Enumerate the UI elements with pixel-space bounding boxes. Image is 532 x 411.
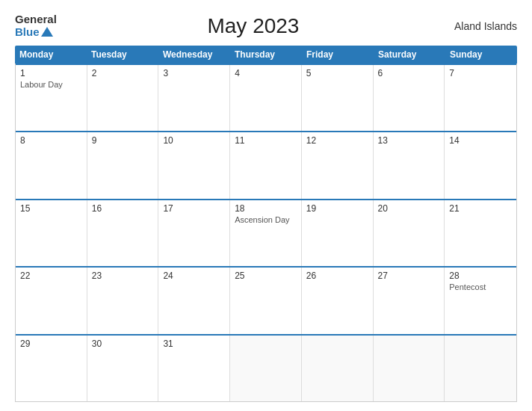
calendar-cell: 13: [374, 132, 445, 198]
day-number: 24: [163, 271, 225, 281]
page-header: General Blue May 2023 Aland Islands: [15, 13, 517, 38]
day-number: 5: [306, 68, 368, 78]
calendar-cell: [374, 336, 445, 401]
calendar-cell: 12: [302, 132, 374, 198]
calendar-cell: 17: [158, 200, 230, 266]
calendar-cell: 16: [87, 200, 159, 266]
calendar-cell: [230, 336, 302, 401]
calendar-header-cell: Saturday: [374, 46, 445, 64]
day-number: 10: [163, 135, 225, 146]
day-number: 20: [378, 203, 440, 214]
calendar-cell: 5: [302, 65, 374, 131]
day-number: 16: [92, 203, 154, 214]
calendar-cell: 30: [87, 336, 159, 401]
logo-triangle-icon: [41, 27, 53, 37]
calendar-week-row: 293031: [16, 334, 516, 401]
calendar-cell: 3: [158, 65, 230, 131]
calendar-header-cell: Sunday: [445, 46, 517, 64]
calendar-event: Ascension Day: [235, 215, 297, 224]
calendar-cell: 27: [374, 268, 445, 333]
day-number: 30: [92, 339, 154, 349]
day-number: 19: [306, 203, 368, 214]
calendar-week-row: 22232425262728Pentecost: [16, 266, 516, 333]
calendar-cell: 31: [158, 336, 230, 401]
day-number: 28: [449, 271, 512, 281]
day-number: 15: [20, 203, 82, 214]
calendar-cell: 18Ascension Day: [230, 200, 302, 266]
day-number: 31: [163, 339, 225, 349]
day-number: 4: [235, 68, 297, 78]
calendar-cell: 7: [445, 65, 516, 131]
calendar-cell: 25: [230, 268, 302, 333]
calendar-header-cell: Thursday: [230, 46, 302, 64]
calendar-cell: 14: [445, 132, 516, 198]
day-number: 23: [92, 271, 154, 281]
logo: General Blue: [15, 13, 57, 38]
day-number: 12: [306, 135, 368, 146]
calendar-cell: 19: [302, 200, 374, 266]
calendar-header-cell: Friday: [302, 46, 374, 64]
day-number: 3: [163, 68, 225, 78]
day-number: 11: [235, 135, 297, 146]
day-number: 13: [378, 135, 440, 146]
calendar-cell: 28Pentecost: [445, 268, 516, 333]
calendar-header-cell: Monday: [15, 46, 87, 64]
calendar-page: General Blue May 2023 Aland Islands Mond…: [0, 0, 532, 411]
day-number: 27: [378, 271, 440, 281]
calendar-cell: 8: [16, 132, 87, 198]
day-number: 22: [20, 271, 82, 281]
day-number: 18: [235, 203, 297, 214]
day-number: 21: [449, 203, 512, 214]
calendar-cell: 10: [158, 132, 230, 198]
day-number: 9: [92, 135, 154, 146]
calendar-cell: 23: [87, 268, 159, 333]
calendar-header-cell: Tuesday: [87, 46, 158, 64]
day-number: 2: [92, 68, 154, 78]
day-number: 1: [20, 68, 82, 78]
calendar-event: Labour Day: [20, 80, 82, 89]
calendar-cell: 26: [302, 268, 374, 333]
calendar-cell: 15: [16, 200, 87, 266]
calendar-body: 1Labour Day23456789101112131415161718Asc…: [15, 64, 517, 402]
day-number: 17: [163, 203, 225, 214]
calendar-week-row: 1Labour Day234567: [16, 64, 516, 131]
calendar-cell: 20: [374, 200, 445, 266]
calendar-cell: [302, 336, 374, 401]
region-label: Aland Islands: [450, 20, 517, 32]
calendar-title: May 2023: [57, 14, 450, 38]
calendar-cell: [445, 336, 516, 401]
day-number: 26: [306, 271, 368, 281]
calendar-cell: 11: [230, 132, 302, 198]
day-number: 6: [378, 68, 440, 78]
calendar-cell: 6: [374, 65, 445, 131]
logo-general-text: General: [15, 13, 57, 26]
calendar: MondayTuesdayWednesdayThursdayFridaySatu…: [15, 46, 517, 402]
calendar-cell: 4: [230, 65, 302, 131]
calendar-header-cell: Wednesday: [158, 46, 230, 64]
day-number: 14: [449, 135, 512, 146]
calendar-cell: 2: [87, 65, 159, 131]
calendar-cell: 1Labour Day: [16, 65, 87, 131]
calendar-cell: 24: [158, 268, 230, 333]
calendar-event: Pentecost: [449, 282, 512, 291]
day-number: 8: [20, 135, 82, 146]
calendar-header-row: MondayTuesdayWednesdayThursdayFridaySatu…: [15, 46, 517, 64]
calendar-week-row: 15161718Ascension Day192021: [16, 199, 516, 266]
logo-blue-text: Blue: [15, 26, 53, 39]
day-number: 7: [449, 68, 512, 78]
calendar-cell: 9: [87, 132, 159, 198]
calendar-cell: 29: [16, 336, 87, 401]
day-number: 25: [235, 271, 297, 281]
calendar-cell: 22: [16, 268, 87, 333]
calendar-week-row: 891011121314: [16, 131, 516, 198]
calendar-cell: 21: [445, 200, 516, 266]
day-number: 29: [20, 339, 82, 349]
